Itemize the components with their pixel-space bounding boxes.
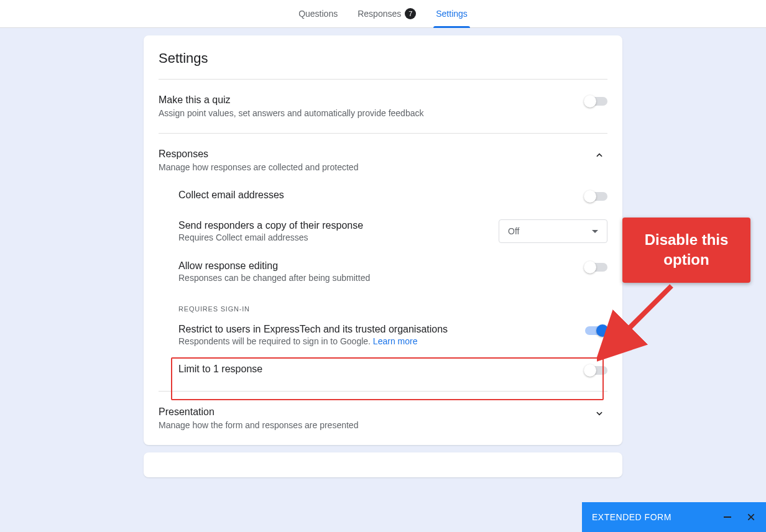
collect-emails-toggle[interactable] [585, 192, 607, 201]
chevron-down-icon [591, 406, 607, 423]
collect-emails-label: Collect email addresses [178, 190, 284, 201]
quiz-title: Make this a quiz [159, 94, 423, 106]
tab-label: Responses [358, 9, 401, 19]
presentation-desc: Manage how the form and responses are pr… [159, 420, 358, 430]
extension-footer[interactable]: EXTENDED FORM [582, 502, 766, 532]
tab-label: Questions [298, 9, 338, 19]
section-quiz: Make this a quiz Assign point values, se… [159, 80, 607, 134]
row-restrict: Restrict to users in ExpressTech and its… [159, 324, 607, 346]
send-copy-sub-emph: Collect email addresses [216, 232, 308, 242]
annotation-highlight [171, 357, 604, 400]
send-copy-sub-prefix: Requires [178, 232, 216, 242]
page-title: Settings [159, 50, 607, 80]
allow-edit-toggle[interactable] [585, 263, 607, 272]
send-copy-label: Send responders a copy of their response [178, 220, 363, 231]
allow-edit-sub: Responses can be changed after being sub… [178, 273, 370, 283]
row-collect-emails: Collect email addresses [159, 190, 607, 202]
quiz-toggle[interactable] [585, 97, 607, 106]
tab-label: Settings [436, 9, 468, 19]
responses-count-badge: 7 [405, 8, 416, 19]
send-copy-select[interactable]: Off [499, 219, 607, 243]
send-copy-sub: Requires Collect email addresses [178, 232, 363, 242]
footer-actions [724, 512, 756, 522]
responses-title: Responses [159, 149, 358, 160]
dropdown-icon [592, 230, 598, 233]
restrict-learn-more-link[interactable]: Learn more [373, 336, 418, 346]
restrict-sub-text: Respondents will be required to sign in … [178, 336, 373, 346]
footer-title: EXTENDED FORM [592, 512, 671, 522]
section-responses: Responses Manage how responses are colle… [159, 134, 607, 392]
tab-responses[interactable]: Responses 7 [355, 0, 418, 28]
row-send-copy: Send responders a copy of their response… [159, 219, 607, 243]
restrict-label: Restrict to users in ExpressTech and its… [178, 324, 448, 335]
allow-edit-label: Allow response editing [178, 260, 370, 272]
quiz-desc: Assign point values, set answers and aut… [159, 108, 423, 118]
send-copy-select-value: Off [508, 226, 519, 236]
section-presentation-head[interactable]: Presentation Manage how the form and res… [159, 406, 607, 430]
minimize-icon[interactable] [724, 516, 731, 518]
next-card [144, 452, 622, 477]
presentation-title: Presentation [159, 406, 358, 418]
close-icon[interactable] [746, 512, 756, 522]
signin-subhead: REQUIRES SIGN-IN [159, 305, 607, 313]
topbar: Questions Responses 7 Settings [0, 0, 766, 28]
tab-settings[interactable]: Settings [433, 0, 470, 28]
restrict-sub: Respondents will be required to sign in … [178, 336, 448, 346]
annotation-callout: Disable this option [622, 218, 750, 283]
section-quiz-head: Make this a quiz Assign point values, se… [159, 94, 607, 118]
tab-questions[interactable]: Questions [296, 0, 340, 28]
section-responses-head[interactable]: Responses Manage how responses are colle… [159, 149, 607, 172]
chevron-up-icon [591, 149, 607, 165]
row-allow-edit: Allow response editing Responses can be … [159, 260, 607, 283]
responses-desc: Manage how responses are collected and p… [159, 162, 358, 172]
restrict-toggle[interactable] [585, 326, 607, 335]
